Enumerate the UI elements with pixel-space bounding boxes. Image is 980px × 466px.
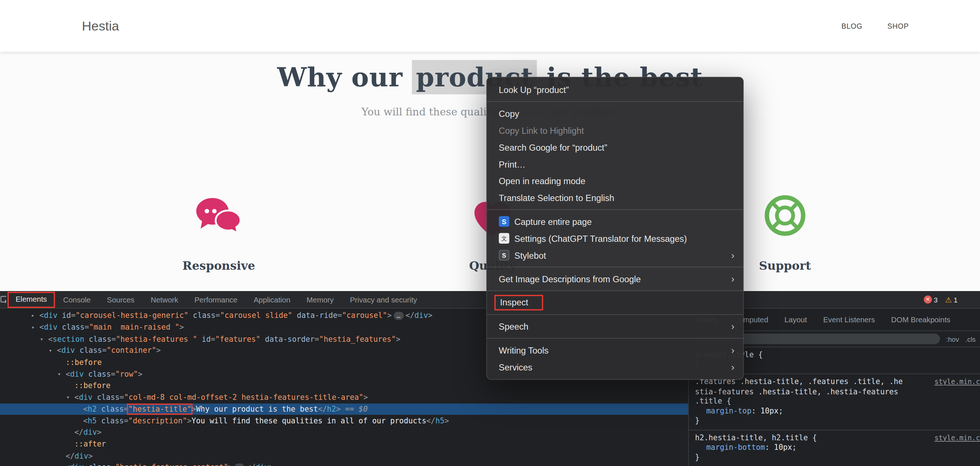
- devtools-tab-elements[interactable]: Elements: [7, 291, 55, 308]
- code-token: "hestia_features": [319, 335, 396, 344]
- toggle-cls[interactable]: .cls: [965, 335, 975, 342]
- css-property-value: 10px: [760, 406, 778, 415]
- menu-item-services[interactable]: Services›: [487, 359, 743, 375]
- devtools-tab-console[interactable]: Console: [55, 291, 99, 308]
- menu-item-copy[interactable]: Copy: [487, 105, 743, 122]
- code-token: <: [66, 370, 70, 379]
- code-token: div: [83, 428, 97, 437]
- nav-link-blog[interactable]: BLOG: [842, 22, 862, 29]
- code-token: class: [75, 346, 102, 355]
- menu-item-label: Speech: [499, 321, 528, 331]
- code-token: =: [124, 417, 128, 425]
- site-logo[interactable]: Hestia: [82, 18, 119, 33]
- code-token: >: [387, 311, 391, 320]
- stylesheet-link[interactable]: style.min.c: [934, 433, 980, 443]
- devtools-tab-network[interactable]: Network: [143, 291, 186, 308]
- collapsed-content-ellipsis[interactable]: …: [394, 312, 404, 320]
- code-token: "hestia-title": [128, 405, 191, 414]
- fireshot-icon: S: [499, 216, 509, 227]
- dom-node-line[interactable]: ▾<div class="col-md-8 col-md-offset-2 he…: [0, 391, 688, 403]
- code-token: =: [315, 335, 319, 344]
- code-token: </: [318, 405, 327, 414]
- console-status-badges[interactable]: ✕ 3 ⚠ 1: [924, 295, 958, 304]
- context-menu: Look Up “product”CopyCopy Link to Highli…: [486, 77, 744, 380]
- inspect-cursor-icon[interactable]: [0, 294, 6, 304]
- nav-link-shop[interactable]: SHOP: [888, 22, 909, 29]
- menu-item-writing-tools[interactable]: Writing Tools›: [487, 342, 743, 359]
- translator-icon: 文: [499, 233, 509, 244]
- css-declaration[interactable]: margin-top: 10px;: [695, 406, 978, 416]
- code-token: <: [39, 323, 44, 332]
- css-colon: :: [765, 443, 774, 452]
- menu-item-translate-selection-to-english[interactable]: Translate Selection to English: [487, 189, 743, 206]
- styles-subtab-dom-breakpoints[interactable]: DOM Breakpoints: [883, 315, 958, 324]
- code-token: </: [74, 428, 83, 437]
- dom-node-line[interactable]: ▸<div class="hestia-features-content">…<…: [0, 461, 688, 466]
- code-token: >: [187, 417, 191, 425]
- devtools-tab-performance[interactable]: Performance: [186, 291, 245, 308]
- code-token: =: [71, 311, 75, 320]
- menu-divider: [487, 314, 743, 315]
- code-token: "features": [215, 335, 261, 344]
- dom-node-line[interactable]: ::after: [0, 438, 688, 450]
- stylesheet-link[interactable]: style.min.c: [934, 377, 980, 387]
- menu-item-stylebot[interactable]: SStylebot›: [487, 247, 743, 264]
- menu-item-inspect[interactable]: Inspect: [487, 294, 743, 311]
- menu-item-label: Inspect: [495, 295, 543, 310]
- menu-item-print[interactable]: Print…: [487, 156, 743, 172]
- menu-item-label: Copy: [499, 108, 519, 118]
- dom-node-line[interactable]: <h2 class="hestia-title">Why our product…: [0, 403, 688, 415]
- code-token: =: [111, 463, 115, 466]
- code-token: div: [79, 393, 92, 402]
- menu-item-get-image-descriptions-from-google[interactable]: Get Image Descriptions from Google›: [487, 270, 743, 287]
- menu-divider: [487, 209, 743, 210]
- code-token: "container": [107, 346, 156, 355]
- devtools-tab-memory[interactable]: Memory: [299, 291, 342, 308]
- devtools-tab-application[interactable]: Application: [245, 291, 299, 308]
- dom-node-line[interactable]: ::before: [0, 380, 688, 392]
- code-token: h2: [88, 405, 97, 414]
- menu-item-label: Settings (ChatGPT Translator for Message…: [514, 233, 687, 243]
- code-token: ::before: [74, 382, 110, 390]
- css-semicolon: ;: [778, 406, 783, 415]
- menu-item-look-up-product[interactable]: Look Up “product”: [487, 81, 743, 98]
- code-token: "carousel-hestia-generic": [75, 311, 188, 320]
- submenu-chevron-icon: ›: [731, 321, 735, 331]
- collapsed-content-ellipsis[interactable]: …: [234, 463, 245, 466]
- code-token: >: [191, 405, 196, 414]
- code-token: h5: [88, 417, 97, 425]
- code-token: id: [197, 335, 211, 344]
- menu-item-speech[interactable]: Speech›: [487, 318, 743, 335]
- css-semicolon: ;: [792, 443, 797, 452]
- css-close-brace: }: [695, 452, 978, 462]
- devtools-tab-privacy-and-security[interactable]: Privacy and security: [342, 291, 425, 308]
- dom-node-line[interactable]: <h5 class="description">You will find th…: [0, 415, 688, 427]
- code-token: class: [84, 370, 111, 379]
- menu-item-label: Search Google for “product”: [499, 142, 607, 152]
- code-token: >: [138, 370, 142, 379]
- menu-item-settings-chatgpt-translator-for-messages[interactable]: 文Settings (ChatGPT Translator for Messag…: [487, 230, 743, 247]
- devtools-tab-sources[interactable]: Sources: [99, 291, 143, 308]
- css-declaration[interactable]: margin-bottom: 10px;: [695, 443, 978, 452]
- error-count: 3: [934, 296, 937, 303]
- code-token: "col-md-8 col-md-offset-2 hestia-feature…: [124, 393, 364, 402]
- styles-subtab-event-listeners[interactable]: Event Listeners: [815, 315, 883, 324]
- code-token: ::before: [66, 358, 102, 367]
- screen: Hestia BLOGSHOP Why our product is the b…: [0, 0, 980, 466]
- code-token: "carousel slide": [220, 311, 293, 320]
- menu-item-capture-entire-page[interactable]: SCapture entire page: [487, 213, 743, 230]
- code-token: <: [66, 463, 70, 466]
- expand-arrow-icon: ▾: [57, 371, 65, 377]
- css-property-name: margin-bottom: [706, 443, 765, 452]
- menu-item-copy-link-to-highlight[interactable]: Copy Link to Highlight: [487, 122, 743, 138]
- dom-node-line[interactable]: </div>: [0, 450, 688, 461]
- toggle-hov[interactable]: :hov: [946, 335, 959, 342]
- submenu-chevron-icon: ›: [731, 345, 735, 355]
- code-token: <: [83, 405, 88, 414]
- styles-subtab-layout[interactable]: Layout: [776, 315, 815, 324]
- dom-node-line[interactable]: </div>: [0, 427, 688, 439]
- menu-item-open-in-reading-mode[interactable]: Open in reading mode: [487, 172, 743, 189]
- expand-arrow-icon: ▾: [40, 336, 48, 342]
- code-token: =: [337, 311, 342, 320]
- menu-item-search-google-for-product[interactable]: Search Google for “product”: [487, 138, 743, 156]
